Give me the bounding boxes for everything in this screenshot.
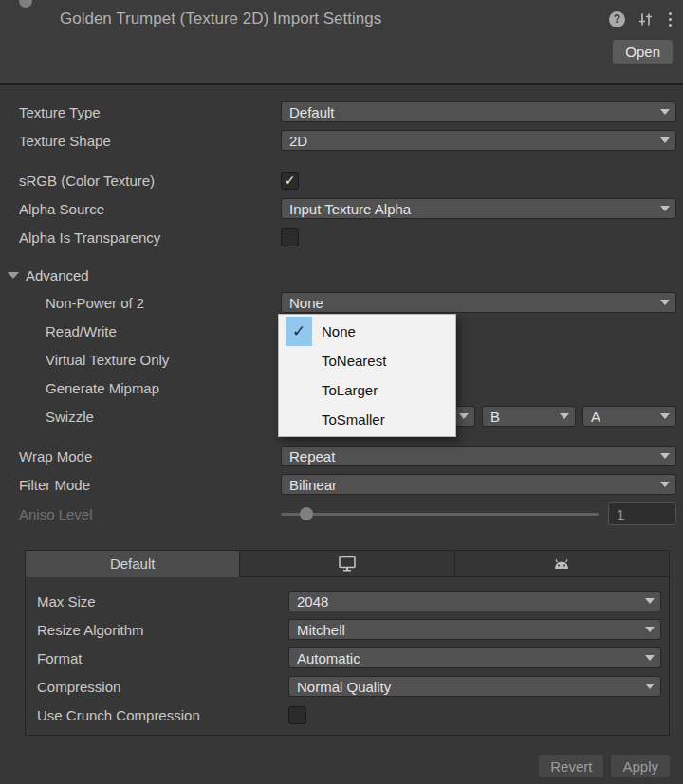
texture-shape-label: Texture Shape — [0, 133, 281, 149]
revert-button[interactable]: Revert — [539, 755, 603, 777]
filter-mode-label: Filter Mode — [0, 477, 281, 493]
chevron-down-icon — [645, 655, 655, 661]
chevron-down-icon — [660, 109, 670, 115]
texture-shape-dropdown[interactable]: 2D — [281, 130, 676, 151]
chevron-down-icon — [660, 482, 670, 487]
format-value: Automatic — [297, 650, 360, 666]
alpha-source-row: Alpha Source Input Texture Alpha — [0, 198, 676, 219]
wrap-mode-row: Wrap Mode Repeat — [0, 446, 676, 466]
resize-algorithm-label: Resize Algorithm — [26, 622, 288, 638]
aniso-level-row: Aniso Level 1 — [0, 502, 676, 525]
aniso-slider[interactable] — [281, 513, 599, 516]
srgb-label: sRGB (Color Texture) — [0, 173, 281, 189]
chevron-down-icon — [660, 300, 670, 305]
monitor-icon — [338, 556, 357, 572]
texture-type-label: Texture Type — [0, 104, 281, 120]
chevron-down-icon — [645, 598, 655, 604]
menu-item-tosmaller[interactable]: ToSmaller — [279, 405, 455, 434]
use-crunch-row: Use Crunch Compression — [26, 704, 661, 725]
format-label: Format — [26, 650, 288, 666]
tab-default[interactable]: Default — [26, 551, 240, 577]
menu-item-none[interactable]: ✓ None — [279, 317, 455, 346]
swizzle-b-value: B — [490, 409, 500, 425]
aniso-value-field[interactable]: 1 — [608, 502, 676, 525]
checkmark-icon: ✓ — [286, 317, 312, 346]
max-size-dropdown[interactable]: 2048 — [288, 591, 661, 611]
resize-algorithm-row: Resize Algorithm Mitchell — [26, 619, 661, 640]
tab-standalone[interactable] — [240, 551, 454, 577]
advanced-label: Advanced — [26, 267, 89, 283]
menu-item-tolarger[interactable]: ToLarger — [279, 375, 455, 405]
alpha-is-transparency-label: Alpha Is Transparency — [0, 229, 281, 246]
srgb-checkbox[interactable] — [281, 172, 299, 190]
chevron-down-icon — [560, 413, 569, 419]
compression-value: Normal Quality — [297, 679, 391, 695]
swizzle-label: Swizzle — [0, 409, 281, 425]
compression-row: Compression Normal Quality — [26, 676, 661, 697]
compression-label: Compression — [26, 679, 288, 695]
read-write-label: Read/Write — [0, 323, 281, 339]
filter-mode-value: Bilinear — [289, 477, 337, 493]
texture-type-row: Texture Type Default — [0, 101, 676, 122]
foldout-triangle-icon — [8, 272, 19, 279]
texture-shape-value: 2D — [289, 133, 307, 149]
format-row: Format Automatic — [26, 647, 661, 668]
aniso-level-label: Aniso Level — [0, 506, 281, 522]
non-power-of-2-label: Non-Power of 2 — [0, 295, 281, 311]
non-power-of-2-row: Non-Power of 2 None — [0, 292, 676, 313]
texture-type-value: Default — [289, 104, 335, 120]
compression-dropdown[interactable]: Normal Quality — [288, 676, 661, 697]
help-icon[interactable]: ? — [609, 11, 625, 27]
max-size-label: Max Size — [26, 593, 288, 610]
swizzle-a-dropdown[interactable]: A — [582, 406, 676, 427]
android-icon — [551, 557, 572, 570]
filter-mode-row: Filter Mode Bilinear — [0, 474, 676, 495]
aniso-slider-thumb[interactable] — [300, 507, 313, 520]
wrap-mode-label: Wrap Mode — [0, 448, 281, 465]
chevron-down-icon — [660, 413, 670, 419]
chevron-down-icon — [459, 413, 469, 419]
max-size-value: 2048 — [297, 593, 328, 610]
wrap-mode-value: Repeat — [289, 448, 335, 465]
advanced-foldout[interactable]: Advanced — [0, 266, 676, 283]
platform-tabs: Default — [26, 551, 669, 577]
max-size-row: Max Size 2048 — [26, 591, 661, 611]
srgb-row: sRGB (Color Texture) — [0, 170, 676, 191]
page-title: Golden Trumpet (Texture 2D) Import Setti… — [60, 9, 381, 28]
alpha-is-transparency-checkbox[interactable] — [281, 228, 299, 246]
menu-item-tonearest[interactable]: ToNearest — [279, 346, 455, 375]
generate-mipmap-label: Generate Mipmap — [0, 380, 281, 396]
chevron-down-icon — [660, 206, 670, 211]
non-power-of-2-dropdown[interactable]: None — [281, 292, 676, 313]
resize-algorithm-value: Mitchell — [297, 622, 345, 638]
wrap-mode-dropdown[interactable]: Repeat — [281, 446, 676, 466]
use-crunch-label: Use Crunch Compression — [26, 707, 288, 723]
apply-revert-bar: Revert Apply — [0, 755, 670, 777]
non-power-of-2-value: None — [289, 295, 323, 311]
inspector-header: Golden Trumpet (Texture 2D) Import Setti… — [0, 0, 683, 85]
open-button[interactable]: Open — [613, 40, 673, 64]
swizzle-a-value: A — [591, 409, 600, 425]
chevron-down-icon — [645, 627, 655, 632]
texture-type-dropdown[interactable]: Default — [281, 101, 676, 122]
filter-mode-dropdown[interactable]: Bilinear — [281, 474, 676, 495]
alpha-source-label: Alpha Source — [0, 201, 281, 217]
platform-settings-box: Default Max Size — [25, 550, 670, 736]
virtual-texture-only-label: Virtual Texture Only — [0, 352, 281, 368]
chevron-down-icon — [645, 684, 655, 689]
kebab-menu-icon[interactable] — [666, 12, 674, 27]
texture-shape-row: Texture Shape 2D — [0, 130, 676, 151]
presets-icon[interactable] — [637, 11, 654, 27]
alpha-source-value: Input Texture Alpha — [289, 201, 411, 217]
swizzle-b-dropdown[interactable]: B — [482, 406, 576, 427]
resize-algorithm-dropdown[interactable]: Mitchell — [288, 619, 661, 640]
format-dropdown[interactable]: Automatic — [288, 647, 661, 668]
apply-button[interactable]: Apply — [611, 755, 670, 777]
alpha-is-transparency-row: Alpha Is Transparency — [0, 227, 676, 247]
tab-android[interactable] — [455, 551, 669, 577]
chevron-down-icon — [660, 453, 670, 459]
alpha-source-dropdown[interactable]: Input Texture Alpha — [281, 198, 676, 219]
use-crunch-checkbox[interactable] — [288, 706, 306, 724]
chevron-down-icon — [660, 137, 670, 143]
texture-thumbnail — [19, 0, 32, 8]
